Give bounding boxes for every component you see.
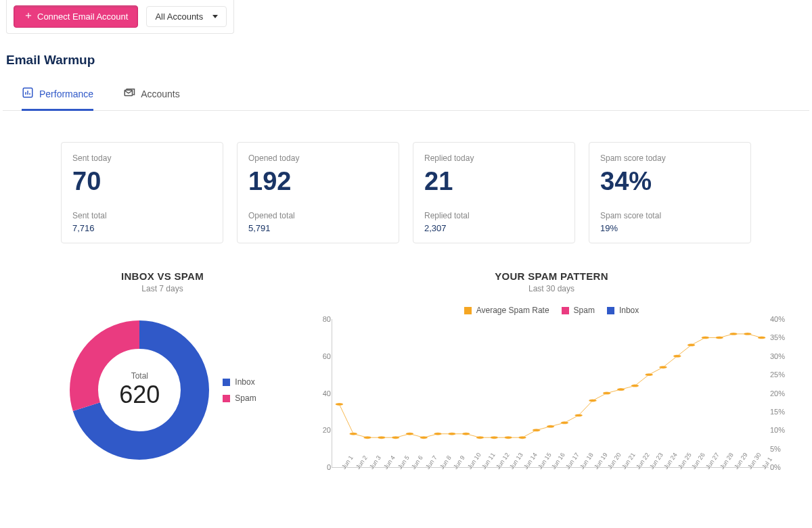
tab-accounts[interactable]: Accounts: [123, 80, 180, 111]
inbox-vs-spam-chart: INBOX VS SPAM Last 7 days Total 620 Inbo…: [20, 270, 304, 468]
x-tick: Jun 23: [648, 452, 664, 471]
stat-card: Opened today192Opened total5,791: [237, 142, 399, 243]
y2-tick: 35%: [770, 333, 785, 341]
stat-value: 34%: [600, 167, 740, 196]
connect-email-button[interactable]: Connect Email Account: [14, 5, 138, 28]
x-tick: Jun 13: [508, 452, 524, 471]
legend-rate-label: Average Spam Rate: [476, 306, 549, 315]
stat-total-label: Opened total: [248, 211, 388, 220]
x-tick: Jun 25: [677, 452, 693, 471]
y2-tick: 10%: [770, 426, 785, 434]
stat-label: Sent today: [72, 153, 212, 163]
stat-label: Replied today: [424, 153, 564, 163]
donut-total-label: Total: [131, 371, 148, 381]
x-tick: Jun 16: [550, 452, 566, 471]
stat-label: Spam score today: [600, 153, 740, 163]
x-tick: Jun 8: [438, 454, 453, 471]
stat-total-value: 2,307: [424, 223, 564, 233]
donut-subtitle: Last 7 days: [20, 284, 304, 293]
legend-spam: Spam: [223, 393, 256, 403]
legend-spam-label: Spam: [235, 393, 256, 403]
y2-tick: 15%: [770, 408, 785, 416]
tabs: Performance Accounts: [3, 80, 809, 111]
x-tick: Jun 15: [537, 452, 553, 471]
x-tick: Jun 11: [480, 452, 497, 471]
donut-chart: Total 620: [68, 319, 210, 461]
accounts-filter-label: All Accounts: [155, 11, 203, 22]
stat-cards: Sent today70Sent total7,716Opened today1…: [0, 142, 812, 243]
x-tick: Jun 20: [606, 452, 623, 471]
y2-tick: 20%: [770, 389, 785, 398]
x-tick: Jun 27: [704, 452, 721, 471]
x-tick: Jun 21: [621, 452, 637, 471]
chevron-down-icon: [212, 15, 218, 18]
y-tick: 60: [313, 352, 331, 360]
x-tick: Jun 28: [719, 452, 735, 471]
donut-title: INBOX VS SPAM: [20, 270, 304, 282]
stat-card: Spam score today34%Spam score total19%: [589, 142, 751, 243]
donut-legend: Inbox Spam: [223, 377, 256, 403]
legend-inbox: Inbox: [223, 377, 256, 387]
stat-card: Replied today21Replied total2,307: [413, 142, 575, 243]
bar-legend: Average Spam Rate Spam Inbox: [311, 306, 792, 315]
stat-card: Sent today70Sent total7,716: [61, 142, 223, 243]
x-tick: Jun 9: [452, 454, 466, 471]
spam-pattern-chart: YOUR SPAM PATTERN Last 30 days Average S…: [311, 270, 792, 468]
x-tick: Jun 1: [340, 454, 355, 471]
x-tick: Jun 10: [466, 452, 482, 471]
page-title: Email Warmup: [6, 53, 812, 68]
square-icon: [562, 307, 569, 314]
x-tick: Jun 17: [564, 452, 581, 471]
stat-total-label: Replied total: [424, 211, 564, 220]
x-tick: Jun 18: [579, 452, 595, 471]
connect-email-label: Connect Email Account: [37, 11, 128, 22]
y-tick: 0: [313, 463, 331, 471]
y-tick: 20: [313, 426, 331, 434]
x-tick: Jun 5: [397, 454, 411, 471]
y2-tick: 40%: [770, 315, 785, 323]
bar-chart-icon: [22, 87, 34, 101]
tab-accounts-label: Accounts: [141, 89, 180, 99]
stat-value: 192: [248, 167, 388, 196]
square-icon: [223, 379, 230, 386]
x-tick: Jun 24: [662, 452, 679, 471]
stat-total-value: 7,716: [72, 223, 212, 233]
stat-value: 70: [72, 167, 212, 196]
x-tick: Jun 12: [495, 452, 511, 471]
stat-label: Opened today: [248, 153, 388, 163]
x-tick: Jun 14: [522, 452, 539, 471]
x-tick: Jun 29: [733, 452, 749, 471]
stat-total-label: Sent total: [72, 211, 212, 220]
stat-value: 21: [424, 167, 564, 196]
x-tick: Jun 2: [355, 454, 369, 471]
x-tick: Jun 22: [635, 452, 651, 471]
donut-total-value: 620: [119, 381, 160, 409]
y2-tick: 5%: [770, 445, 781, 453]
square-icon: [464, 307, 472, 314]
y2-tick: 25%: [770, 370, 785, 379]
legend-inbox-label: Inbox: [619, 306, 639, 315]
tab-performance-label: Performance: [39, 89, 93, 99]
bar-title: YOUR SPAM PATTERN: [311, 270, 792, 282]
x-tick: Jun 26: [690, 452, 706, 471]
x-tick: Jun 19: [593, 452, 609, 471]
y-tick: 80: [313, 315, 331, 323]
x-tick: Jun 30: [746, 452, 763, 471]
x-tick: Jun 7: [424, 454, 438, 471]
tab-performance[interactable]: Performance: [22, 80, 93, 111]
stat-total-value: 19%: [600, 223, 740, 233]
legend-inbox-label: Inbox: [235, 377, 254, 387]
bar-plot-area: 020406080 0%5%10%15%20%25%30%35%40% Jun …: [332, 319, 769, 468]
stat-total-label: Spam score total: [600, 211, 740, 220]
legend-spam-label: Spam: [574, 306, 595, 315]
y-tick: 40: [313, 389, 331, 398]
y2-tick: 0%: [770, 463, 781, 471]
accounts-filter-dropdown[interactable]: All Accounts: [146, 6, 227, 27]
bar-subtitle: Last 30 days: [311, 284, 792, 293]
stat-total-value: 5,791: [248, 223, 388, 233]
x-tick: Jun 6: [410, 454, 424, 471]
mail-stack-icon: [123, 87, 135, 101]
x-tick: Jun 4: [382, 454, 397, 471]
square-icon: [607, 307, 614, 314]
y2-tick: 30%: [770, 352, 785, 360]
